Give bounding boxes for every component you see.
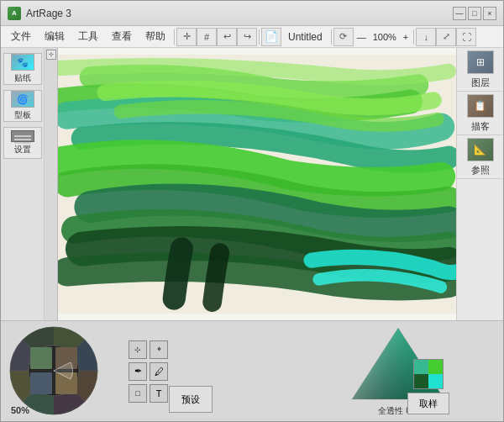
menu-help[interactable]: 帮助 (139, 28, 172, 45)
minimize-button[interactable]: — (453, 7, 466, 20)
expand-btn[interactable]: ⤢ (436, 28, 456, 46)
document-title: Untitled (281, 31, 329, 43)
layers-icon: ⊞ (467, 50, 494, 74)
left-ruler: ⊹ (45, 48, 58, 320)
menu-file[interactable]: 文件 (4, 28, 38, 45)
reference-icon: 📐 (467, 138, 494, 161)
menu-tools[interactable]: 工具 (71, 28, 105, 45)
swatch-3[interactable] (414, 374, 428, 388)
rotate-btn[interactable]: ⟳ (333, 28, 354, 46)
move-tool-btn[interactable]: ✛ (176, 28, 197, 46)
template-tool-btn[interactable]: 🌀 型板 (3, 90, 42, 122)
text-tool-btn[interactable]: T (150, 384, 168, 403)
zoom-plus-label: + (400, 32, 412, 42)
titlebar: A ArtRage 3 — □ × (1, 1, 503, 26)
trace-icon: 📋 (467, 94, 494, 118)
svg-rect-7 (30, 347, 52, 369)
maximize-button[interactable]: □ (468, 7, 481, 20)
doc-icon: 📄 (261, 28, 281, 46)
tool-wheel[interactable]: 50% (8, 324, 125, 419)
menu-edit[interactable]: 编辑 (38, 28, 71, 45)
window-controls: — □ × (453, 7, 496, 20)
main-area: 🐾 贴纸 🌀 型板 设置 ⊹ (1, 48, 503, 320)
app-title: ArtRage 3 (26, 8, 453, 19)
tool-icons: ⊹ ⌖ ✒ 🖊 □ T (129, 340, 168, 403)
sticker-tool-btn[interactable]: 🐾 贴纸 (3, 53, 42, 85)
undo-btn[interactable]: ↩ (217, 28, 237, 46)
app-window: A ArtRage 3 — □ × 文件 编辑 工具 查看 帮助 ✛ # ↩ ↪… (0, 0, 504, 422)
separator-3 (331, 29, 332, 45)
download-btn[interactable]: ↓ (416, 28, 436, 46)
trace-btn[interactable]: 📋 描客 (457, 92, 503, 135)
pen-tool-btn[interactable]: ✒ (129, 362, 147, 381)
tube-tool-btn[interactable]: 🖊 (150, 362, 168, 381)
close-button[interactable]: × (483, 7, 496, 20)
template-label: 型板 (14, 109, 31, 121)
sample-button[interactable]: 取样 (407, 393, 449, 414)
stamp-tool-btn[interactable]: □ (129, 384, 147, 403)
ruler-handle[interactable]: ⊹ (46, 50, 56, 60)
settings-tool-btn[interactable]: 设置 (3, 127, 42, 159)
reference-label: 参照 (471, 164, 490, 177)
app-icon: A (8, 7, 21, 20)
fullscreen-btn[interactable]: ⛶ (456, 28, 476, 46)
separator-4 (413, 29, 414, 45)
reference-btn[interactable]: 📐 参照 (457, 135, 503, 179)
sticker-label: 贴纸 (14, 72, 31, 84)
preset-button[interactable]: 预设 (169, 386, 213, 413)
zoom-level: — (354, 32, 370, 42)
right-panel: ⊞ 图层 📋 描客 📐 参照 (456, 48, 503, 320)
painting-canvas[interactable] (45, 48, 456, 320)
settings-lines-icon (11, 130, 34, 142)
template-icon: 🌀 (11, 91, 34, 108)
separator-1 (174, 29, 175, 45)
swatch-1[interactable] (414, 360, 428, 374)
sticker-icon: 🐾 (11, 54, 34, 71)
menubar: 文件 编辑 工具 查看 帮助 ✛ # ↩ ↪ 📄 Untitled ⟳ — 10… (1, 26, 503, 48)
svg-rect-9 (30, 372, 52, 394)
brush-size-label: 50% (11, 405, 29, 415)
trace-label: 描客 (471, 120, 490, 133)
settings-label: 设置 (14, 144, 31, 156)
redo-btn[interactable]: ↪ (237, 28, 257, 46)
color-swatches[interactable] (413, 359, 444, 389)
layers-label: 图层 (471, 76, 490, 89)
canvas-area[interactable]: ⊹ (45, 48, 456, 320)
bottom-panel: 50% ⊹ ⌖ ✒ 🖊 □ T 预设 (1, 320, 503, 421)
sample-area: 取样 (407, 359, 449, 414)
separator-2 (259, 29, 260, 45)
preset-area: 预设 (169, 386, 213, 413)
transform-tool-btn[interactable]: ⌖ (150, 340, 168, 359)
grid-btn[interactable]: # (197, 28, 217, 46)
swatch-4[interactable] (428, 374, 443, 388)
left-sidebar: 🐾 贴纸 🌀 型板 设置 (1, 48, 45, 320)
tool-wheel-svg[interactable] (8, 324, 100, 417)
zoom-percent: 100% (370, 32, 400, 42)
selection-tool-btn[interactable]: ⊹ (129, 340, 147, 359)
menu-view[interactable]: 查看 (105, 28, 139, 45)
swatch-2[interactable] (428, 360, 443, 374)
layers-btn[interactable]: ⊞ 图层 (457, 48, 503, 92)
